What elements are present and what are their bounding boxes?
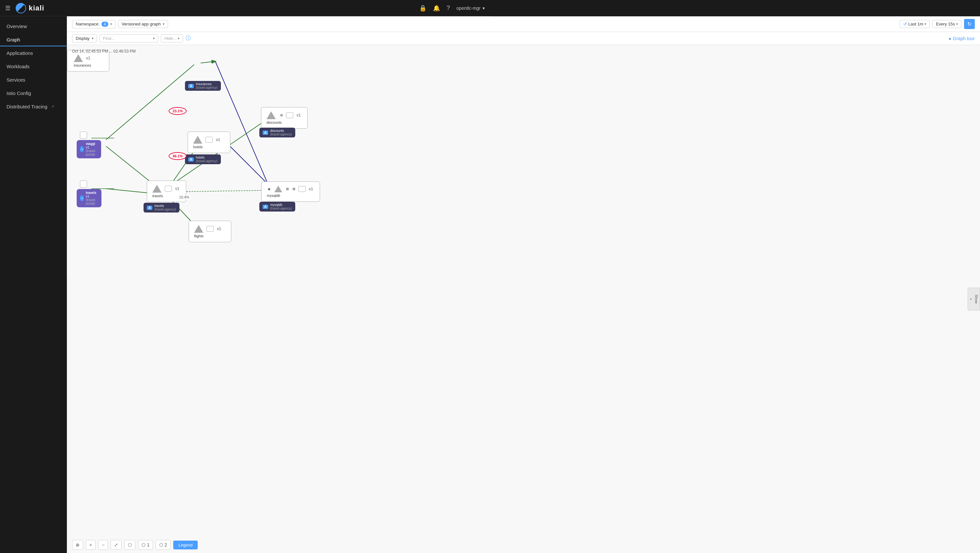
- discounts-a-badge: A: [262, 131, 268, 135]
- svg-line-6: [200, 61, 215, 63]
- mysqldb-a-badge: A: [262, 205, 268, 209]
- graph-area: Oct 14, 02:45:53 PM ... 02:46:53 PM: [67, 45, 490, 276]
- info-icon[interactable]: ⓘ: [186, 35, 191, 42]
- username: opentlc-mgr: [457, 6, 480, 11]
- sidebar-item-istio-config[interactable]: Istio Config: [0, 86, 67, 100]
- travels-portal-text: travels v1 (travel-portal): [86, 191, 98, 206]
- discounts-app-label[interactable]: A discounts(travel-agency): [259, 127, 295, 137]
- discounts-v1-label: v1: [296, 113, 301, 118]
- hotels-app-text: hotels(travel-agency): [196, 156, 218, 163]
- mysqldb-triangle: [274, 186, 282, 192]
- lock-icon[interactable]: 🔒: [419, 5, 426, 12]
- travels-portal-node[interactable]: → travels v1 (travel-portal): [77, 189, 102, 207]
- mysqldb-square: [299, 186, 305, 192]
- discounts-node-label: discounts: [267, 121, 301, 124]
- namespace-dropdown[interactable]: Namespace: 4 ▾: [72, 20, 116, 29]
- mysqldb-v1-label: v1: [309, 187, 313, 191]
- toolbar-row2: Display ▾ Find... ▾ Hide... ▾ ⓘ ● Graph …: [67, 32, 490, 45]
- discounts-app-text: discounts(travel-agency): [270, 129, 292, 136]
- find-input[interactable]: Find... ▾: [100, 34, 158, 43]
- rate-label: 15:4%: [178, 194, 191, 200]
- insurances-node-label: insurances: [74, 63, 99, 67]
- mysqldb-node-label: mysqldb: [267, 194, 313, 198]
- insurances-triangle-icon: [74, 54, 83, 62]
- flights-triangle-icon: [194, 225, 203, 233]
- graph-edges: [67, 45, 490, 276]
- viaggi-portal-text: viaggi v1 (travel-portal): [86, 142, 98, 156]
- namespace-arrow: ▾: [110, 22, 112, 26]
- external-link-icon: ↗: [51, 104, 54, 109]
- mysqldb-node-container[interactable]: ✦ v1 mysqldb: [261, 182, 320, 202]
- discounts-square: [286, 112, 293, 118]
- bell-icon[interactable]: 🔔: [433, 5, 440, 12]
- travels-portal-container[interactable]: → travels v1 (travel-portal): [77, 180, 87, 189]
- travels-a-badge: A: [147, 206, 152, 210]
- sidebar-item-label: Services: [6, 77, 25, 83]
- user-dropdown-arrow: ▾: [482, 6, 485, 11]
- travels-app-text: travels(travel-agency): [154, 204, 176, 211]
- top-navigation: ☰ kiali 🔒 🔔 ? opentlc-mgr ▾: [0, 0, 490, 16]
- hide-dropdown[interactable]: Hide... ▾: [161, 34, 183, 43]
- namespace-label: Namespace:: [76, 22, 100, 26]
- discounts-triangle-icon: [267, 111, 276, 119]
- user-menu[interactable]: opentlc-mgr ▾: [457, 6, 485, 11]
- sidebar-item-label: Distributed Tracing: [6, 104, 47, 109]
- flights-node-label: flights: [194, 234, 221, 238]
- flights-v1-label: v1: [217, 226, 221, 231]
- graph-type-dropdown[interactable]: Versioned app graph ▾: [118, 20, 168, 28]
- hotels-app-label[interactable]: A hotels(travel-agency): [185, 155, 221, 164]
- hotels-a-badge: A: [188, 157, 194, 162]
- sidebar-item-label: Applications: [6, 50, 33, 56]
- svg-line-0: [106, 146, 155, 185]
- hotels-node-container[interactable]: v1 hotels: [188, 132, 230, 153]
- graph-type-label: Versioned app graph: [122, 22, 161, 26]
- travels-app-label[interactable]: A travels(travel-agency): [143, 203, 180, 212]
- sidebar-item-graph[interactable]: Graph: [0, 33, 67, 46]
- hamburger-menu[interactable]: ☰: [5, 5, 10, 12]
- mysqldb-dash1: [286, 188, 289, 190]
- viaggi-portal-container[interactable]: → viaggi v1 (travel-portal): [77, 132, 87, 140]
- sidebar-item-distributed-tracing[interactable]: Distributed Tracing ↗: [0, 100, 67, 113]
- insurances-a-badge: A: [188, 84, 194, 88]
- insurances-app-text: insurances(travel-agency): [196, 82, 218, 89]
- hotels-triangle-icon: [193, 136, 202, 143]
- sidebar: Overview Graph Applications Workloads Se…: [0, 16, 67, 276]
- travels-node-label: travels: [152, 194, 180, 198]
- mysqldb-app-text: mysqldb(travel-agency): [270, 203, 292, 210]
- sidebar-item-overview[interactable]: Overview: [0, 19, 67, 33]
- discounts-node-container[interactable]: v1 discounts: [261, 107, 308, 129]
- viaggi-portal-arrow: →: [80, 146, 84, 152]
- sidebar-item-services[interactable]: Services: [0, 73, 67, 86]
- travels-v1-label: v1: [175, 186, 180, 191]
- flights-node-container[interactable]: v1 flights: [189, 221, 231, 242]
- display-arrow: ▾: [92, 37, 93, 40]
- logo-text: kiali: [29, 4, 45, 13]
- viaggi-portal-node[interactable]: → viaggi v1 (travel-portal): [77, 140, 101, 158]
- hotels-v1-label: v1: [216, 137, 220, 142]
- find-placeholder: Find...: [103, 36, 115, 41]
- namespace-count: 4: [102, 22, 108, 27]
- mysqldb-dash2: [293, 188, 295, 190]
- sidebar-item-label: Graph: [6, 37, 20, 43]
- find-arrow: ▾: [153, 37, 154, 40]
- svg-line-11: [223, 140, 269, 185]
- mysqldb-cross-icon: ✦: [265, 185, 273, 193]
- logo: kiali: [16, 3, 45, 13]
- sidebar-item-workloads[interactable]: Workloads: [0, 60, 67, 73]
- mysqldb-app-label[interactable]: A mysqldb(travel-agency): [259, 202, 295, 212]
- flights-v1-square: [207, 226, 214, 232]
- display-dropdown[interactable]: Display ▾: [72, 34, 97, 43]
- travels-v1-square: [165, 186, 172, 191]
- sidebar-item-applications[interactable]: Applications: [0, 46, 67, 60]
- toolbar-row1: Namespace: 4 ▾ Versioned app graph ▾ ↺ L…: [67, 16, 490, 32]
- discounts-dot: [280, 114, 283, 116]
- hotels-node-label: hotels: [193, 145, 220, 149]
- graph-timestamp: Oct 14, 02:45:53 PM ... 02:46:53 PM: [72, 49, 136, 54]
- svg-line-1: [106, 65, 194, 140]
- svg-line-10: [215, 61, 269, 185]
- insurances-v1-label: v1: [86, 56, 91, 61]
- insurances-app-label[interactable]: A insurances(travel-agency): [185, 81, 221, 91]
- sidebar-item-label: Workloads: [6, 64, 30, 69]
- help-icon[interactable]: ?: [447, 5, 450, 11]
- sidebar-item-label: Overview: [6, 24, 27, 29]
